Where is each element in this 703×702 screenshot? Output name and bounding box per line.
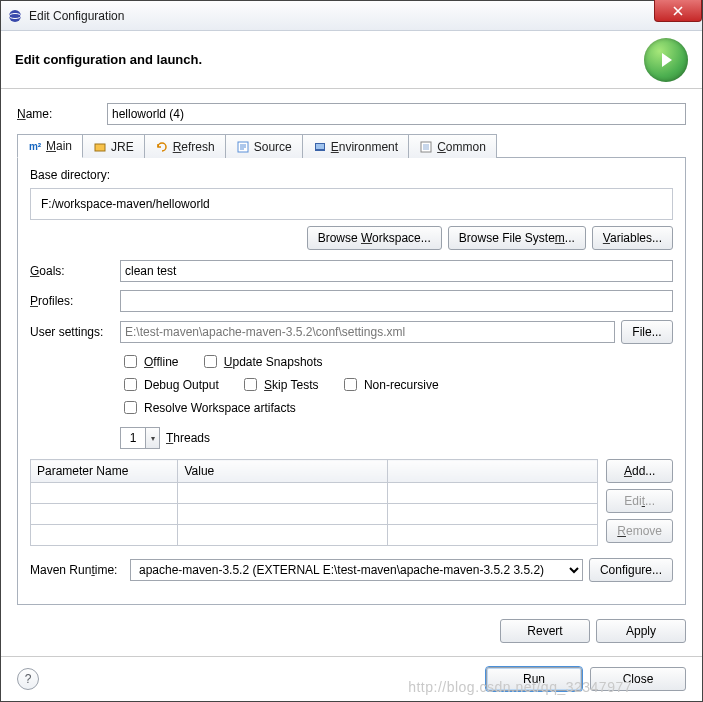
svg-point-0	[9, 10, 21, 22]
svg-rect-2	[95, 144, 105, 151]
run-button[interactable]: Run	[486, 667, 582, 691]
configure-button[interactable]: Configure...	[589, 558, 673, 582]
non-recursive-checkbox[interactable]: Non-recursive	[340, 375, 439, 394]
skip-tests-checkbox[interactable]: Skip Tests	[240, 375, 318, 394]
dialog-action-buttons: Revert Apply	[17, 619, 686, 643]
footer: ? Run Close	[1, 656, 702, 701]
apply-button[interactable]: Apply	[596, 619, 686, 643]
threads-label: Threads	[166, 431, 210, 445]
debug-output-checkbox[interactable]: Debug Output	[120, 375, 219, 394]
tab-bar: m² Main JRE Refresh Source Environment	[17, 133, 686, 158]
banner: Edit configuration and launch.	[1, 31, 702, 89]
common-icon	[419, 140, 433, 154]
chevron-down-icon[interactable]: ▾	[145, 428, 159, 448]
goals-input[interactable]	[120, 260, 673, 282]
remove-button[interactable]: Remove	[606, 519, 673, 543]
table-row[interactable]	[31, 504, 598, 525]
source-icon	[236, 140, 250, 154]
parameter-row: Parameter Name Value Add... Edit... Remo…	[30, 459, 673, 546]
tab-main[interactable]: m² Main	[17, 134, 83, 158]
browse-filesystem-button[interactable]: Browse File System...	[448, 226, 586, 250]
base-dir-group	[30, 188, 673, 220]
base-dir-label: Base directory:	[30, 168, 673, 182]
offline-checkbox[interactable]: Offline	[120, 352, 178, 371]
goals-label: Goals:	[30, 264, 120, 278]
options-group: Offline Update Snapshots Debug Output Sk…	[120, 352, 673, 449]
maven-runtime-row: Maven Runtime: apache-maven-3.5.2 (EXTER…	[30, 558, 673, 582]
col-blank[interactable]	[388, 460, 598, 483]
profiles-input[interactable]	[120, 290, 673, 312]
table-row[interactable]	[31, 525, 598, 546]
base-dir-buttons: Browse Workspace... Browse File System..…	[30, 226, 673, 250]
window-title: Edit Configuration	[29, 9, 124, 23]
parameters-table[interactable]: Parameter Name Value	[30, 459, 598, 546]
window-close-button[interactable]	[654, 0, 702, 22]
eclipse-icon	[7, 8, 23, 24]
name-input[interactable]	[107, 103, 686, 125]
tab-jre[interactable]: JRE	[82, 134, 145, 158]
help-icon[interactable]: ?	[17, 668, 39, 690]
profiles-label: Profiles:	[30, 294, 120, 308]
maven-runtime-label: Maven Runtime:	[30, 563, 130, 577]
svg-rect-5	[316, 144, 324, 149]
col-value[interactable]: Value	[178, 460, 388, 483]
col-parameter-name[interactable]: Parameter Name	[31, 460, 178, 483]
name-label: Name:	[17, 107, 107, 121]
maven-runtime-select[interactable]: apache-maven-3.5.2 (EXTERNAL E:\test-mav…	[130, 559, 583, 581]
file-button[interactable]: File...	[621, 320, 673, 344]
banner-heading: Edit configuration and launch.	[15, 52, 202, 67]
table-row[interactable]	[31, 483, 598, 504]
maven-icon: m²	[28, 139, 42, 153]
close-button[interactable]: Close	[590, 667, 686, 691]
table-header-row: Parameter Name Value	[31, 460, 598, 483]
dialog-window: Edit Configuration Edit configuration an…	[0, 0, 703, 702]
environment-icon	[313, 140, 327, 154]
refresh-icon	[155, 140, 169, 154]
threads-spinner[interactable]: ▾	[120, 427, 160, 449]
name-row: Name:	[17, 103, 686, 125]
edit-button[interactable]: Edit...	[606, 489, 673, 513]
title-bar[interactable]: Edit Configuration	[1, 1, 702, 31]
tab-refresh[interactable]: Refresh	[144, 134, 226, 158]
run-hero-icon	[644, 38, 688, 82]
tab-common[interactable]: Common	[408, 134, 497, 158]
jre-icon	[93, 140, 107, 154]
browse-workspace-button[interactable]: Browse Workspace...	[307, 226, 442, 250]
base-dir-input[interactable]	[37, 193, 666, 215]
content-area: Name: m² Main JRE Refresh Source	[1, 89, 702, 657]
tab-source[interactable]: Source	[225, 134, 303, 158]
user-settings-input[interactable]	[120, 321, 615, 343]
add-button[interactable]: Add...	[606, 459, 673, 483]
revert-button[interactable]: Revert	[500, 619, 590, 643]
parameter-side-buttons: Add... Edit... Remove	[606, 459, 673, 546]
user-settings-label: User settings:	[30, 325, 120, 339]
threads-value[interactable]	[121, 428, 145, 448]
resolve-workspace-checkbox[interactable]: Resolve Workspace artifacts	[120, 398, 296, 417]
variables-button[interactable]: Variables...	[592, 226, 673, 250]
tab-environment[interactable]: Environment	[302, 134, 409, 158]
tab-panel-main: Base directory: Browse Workspace... Brow…	[17, 158, 686, 605]
update-snapshots-checkbox[interactable]: Update Snapshots	[200, 352, 323, 371]
